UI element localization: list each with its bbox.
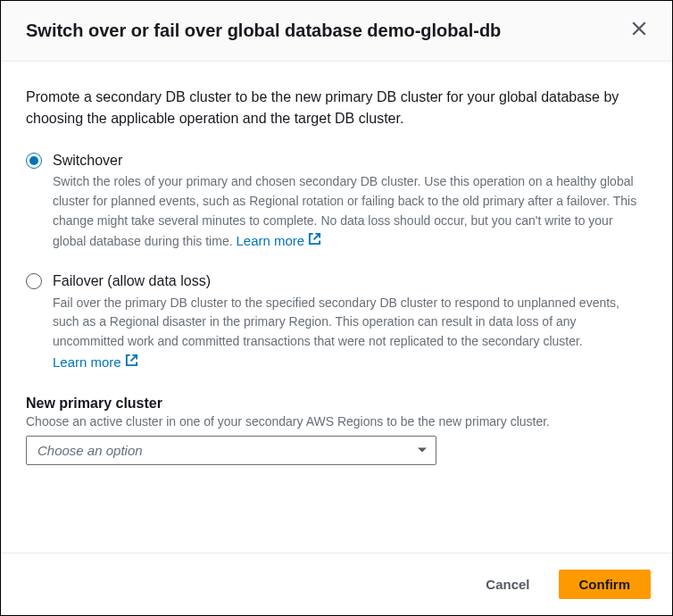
failover-title: Failover (allow data loss) [53,271,647,291]
external-link-icon [125,352,138,372]
radio-switchover[interactable] [26,153,42,169]
switchover-learn-more-link[interactable]: Learn more [236,230,321,251]
option-failover[interactable]: Failover (allow data loss) Fail over the… [26,271,647,372]
new-primary-cluster-field: New primary cluster Choose an active clu… [26,395,647,465]
cluster-select-wrapper: Choose an option [26,436,436,465]
switchover-description: Switch the roles of your primary and cho… [53,172,647,252]
close-icon [631,21,647,39]
cluster-field-label: New primary cluster [26,395,647,412]
cancel-button[interactable]: Cancel [466,570,549,599]
failover-description: Fail over the primary DB cluster to the … [53,294,647,373]
option-content-failover: Failover (allow data loss) Fail over the… [53,271,647,372]
switchover-title: Switchover [53,151,647,171]
failover-learn-more-link[interactable]: Learn more [53,352,138,372]
confirm-button[interactable]: Confirm [559,570,652,599]
modal-body: Promote a secondary DB cluster to be the… [1,62,672,553]
modal-title: Switch over or fail over global database… [26,19,501,42]
cluster-select[interactable]: Choose an option [26,436,436,465]
modal-description: Promote a secondary DB cluster to be the… [26,87,647,129]
modal-header: Switch over or fail over global database… [1,1,672,62]
option-content-switchover: Switchover Switch the roles of your prim… [53,151,647,252]
option-switchover[interactable]: Switchover Switch the roles of your prim… [26,151,647,252]
radio-failover[interactable] [26,273,42,289]
switchover-failover-modal: Switch over or fail over global database… [0,0,673,616]
close-button[interactable] [627,17,651,43]
cluster-field-help: Choose an active cluster in one of your … [26,414,647,429]
external-link-icon [308,230,321,251]
radio-selected-icon [29,156,38,165]
modal-footer: Cancel Confirm [1,553,672,615]
